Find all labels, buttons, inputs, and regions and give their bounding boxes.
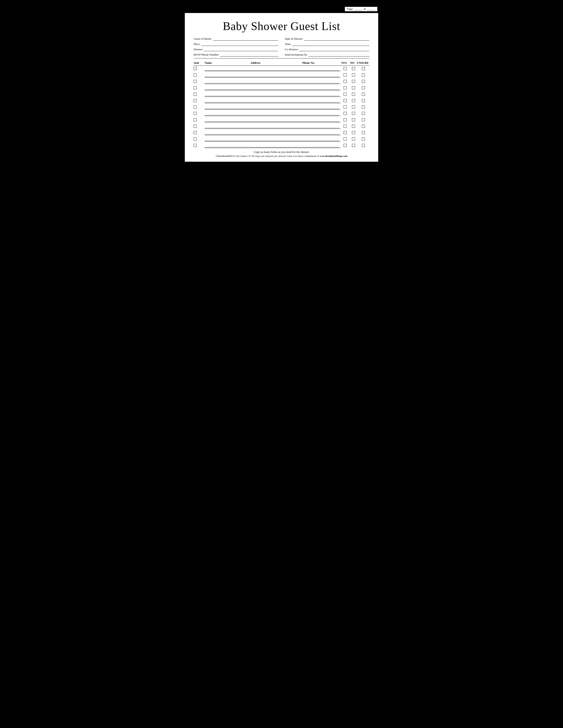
unsure-checkbox[interactable] (362, 105, 365, 109)
no-checkbox[interactable] (352, 86, 355, 89)
page-label: Page (347, 8, 353, 10)
name-address-phone-line (205, 137, 339, 141)
sent-checkbox[interactable] (194, 67, 197, 70)
yes-checkbox[interactable] (344, 99, 347, 102)
of-label: of (364, 8, 366, 10)
no-checkbox[interactable] (352, 67, 355, 70)
yes-checkbox[interactable] (344, 67, 347, 70)
name-address-phone-line (205, 67, 339, 71)
no-checkbox[interactable] (352, 131, 355, 134)
co-hostess-line (300, 51, 369, 51)
sent-checkbox[interactable] (194, 105, 197, 109)
sent-checkbox[interactable] (194, 118, 197, 121)
table-row (194, 118, 369, 122)
unsure-checkbox[interactable] (362, 137, 365, 141)
unsure-checkbox[interactable] (362, 144, 365, 147)
yes-checkbox[interactable] (344, 86, 347, 89)
yes-checkbox[interactable] (344, 80, 347, 83)
yes-checkbox[interactable] (344, 118, 347, 121)
table-row (194, 99, 369, 103)
table-row (194, 73, 369, 78)
table-row (194, 67, 369, 71)
no-checkbox[interactable] (352, 73, 355, 77)
sent-checkbox[interactable] (194, 86, 197, 89)
sent-checkbox[interactable] (194, 125, 197, 128)
page-number-area: Page ______ of ______ (184, 7, 379, 11)
unsure-checkbox[interactable] (362, 125, 365, 128)
no-checkbox[interactable] (352, 93, 355, 96)
yes-checkbox[interactable] (344, 137, 347, 141)
address-second-line (205, 103, 341, 103)
hostess-line (204, 51, 278, 51)
address-second-line (205, 77, 341, 78)
col-header-phone: Phone No. (277, 61, 340, 65)
sent-checkbox[interactable] (194, 112, 197, 115)
col-header-sent: Sent (194, 61, 205, 65)
no-checkbox[interactable] (352, 125, 355, 128)
name-address-phone-line (205, 79, 339, 83)
address-second-line (205, 109, 341, 110)
no-checkbox[interactable] (352, 112, 355, 115)
info-section: Guest of Honor Date of Shower Place Time (194, 37, 369, 56)
co-hostess-field: Co-Hostess (285, 48, 369, 51)
sent-checkbox[interactable] (194, 144, 197, 147)
info-row-3: Hostess Co-Hostess (194, 48, 369, 51)
yes-checkbox[interactable] (344, 144, 347, 147)
hostess-label: Hostess (194, 48, 202, 51)
address-second-line (205, 71, 341, 71)
yes-checkbox[interactable] (344, 93, 347, 96)
table-header: Sent Name Address Phone No. YES NO UNSUR… (194, 60, 369, 66)
unsure-checkbox[interactable] (362, 86, 365, 89)
unsure-checkbox[interactable] (362, 73, 365, 77)
unsure-checkbox[interactable] (362, 67, 365, 70)
date-of-shower-label: Date of Shower (285, 37, 303, 41)
unsure-checkbox[interactable] (362, 118, 365, 121)
name-address-phone-line (205, 143, 339, 147)
yes-checkbox[interactable] (344, 73, 347, 77)
sent-checkbox[interactable] (194, 131, 197, 134)
place-label: Place (194, 42, 200, 46)
rsvp-label: RSVP Phone Number (194, 53, 219, 56)
rsvp-field: RSVP Phone Number (194, 53, 278, 56)
table-row (194, 124, 369, 129)
page-number-box: Page ______ of ______ (345, 7, 378, 11)
sent-checkbox[interactable] (194, 80, 197, 83)
col-header-name: Name (205, 61, 233, 65)
no-checkbox[interactable] (352, 99, 355, 102)
yes-checkbox[interactable] (344, 112, 347, 115)
hostess-field: Hostess (194, 48, 278, 51)
send-invitations-field: Send Invitations by (285, 53, 369, 56)
address-second-line (205, 129, 341, 129)
sent-checkbox[interactable] (194, 99, 197, 102)
unsure-checkbox[interactable] (362, 131, 365, 134)
unsure-checkbox[interactable] (362, 80, 365, 83)
unsure-checkbox[interactable] (362, 112, 365, 115)
yes-checkbox[interactable] (344, 105, 347, 109)
name-address-phone-line (205, 73, 339, 77)
sent-checkbox[interactable] (194, 137, 197, 141)
no-checkbox[interactable] (352, 118, 355, 121)
address-second-line (205, 141, 341, 142)
no-checkbox[interactable] (352, 105, 355, 109)
unsure-checkbox[interactable] (362, 93, 365, 96)
yes-checkbox[interactable] (344, 131, 347, 134)
unsure-checkbox[interactable] (362, 99, 365, 102)
sent-checkbox[interactable] (194, 73, 197, 77)
no-checkbox[interactable] (352, 80, 355, 83)
yes-checkbox[interactable] (344, 125, 347, 128)
time-label: Time (285, 42, 291, 46)
sent-checkbox[interactable] (194, 93, 197, 96)
footer-copy: Copy as many forms as you need for the s… (194, 150, 369, 154)
name-address-phone-line (205, 92, 339, 96)
date-of-shower-line (304, 40, 369, 41)
guest-of-honor-line (213, 40, 278, 41)
name-address-phone-line (205, 105, 339, 109)
address-second-line (205, 116, 341, 116)
name-address-phone-line (205, 99, 339, 103)
address-second-line (205, 97, 341, 97)
address-second-line (205, 84, 341, 84)
no-checkbox[interactable] (352, 137, 355, 141)
info-row-4: RSVP Phone Number Send Invitations by (194, 53, 369, 56)
no-checkbox[interactable] (352, 144, 355, 147)
col-header-no: NO (349, 61, 356, 65)
